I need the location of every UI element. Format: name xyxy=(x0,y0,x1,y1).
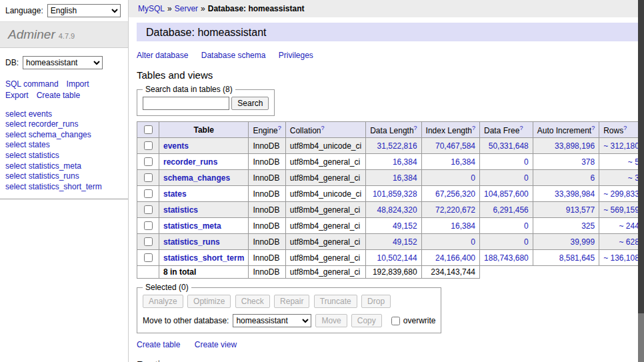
rows-count-link[interactable]: ~ 136,108 xyxy=(603,253,639,263)
database-schema-link[interactable]: Database schema xyxy=(201,51,266,60)
index-length-link[interactable]: 24,166,400 xyxy=(435,253,475,263)
sidebar-item-select-states[interactable]: select states xyxy=(5,140,123,151)
sidebar-item-select-statistics-runs[interactable]: select statistics_runs xyxy=(5,171,123,182)
data-free-link[interactable]: 0 xyxy=(524,221,529,231)
language-select[interactable]: English xyxy=(47,4,121,17)
search-button[interactable]: Search xyxy=(231,97,269,110)
data-length-link[interactable]: 48,824,320 xyxy=(377,205,417,215)
auto-increment-link[interactable]: 8,581,645 xyxy=(559,253,595,263)
data-length-link[interactable]: 16,384 xyxy=(393,157,417,167)
help-icon[interactable]: ? xyxy=(519,125,523,131)
data-length-link[interactable]: 49,152 xyxy=(393,237,417,247)
auto-increment-link[interactable]: 6 xyxy=(590,173,595,183)
analyze-button[interactable]: Analyze xyxy=(143,295,183,308)
data-length-link[interactable]: 16,384 xyxy=(393,173,417,183)
data-free-link[interactable]: 0 xyxy=(524,237,529,247)
sidebar-import-link[interactable]: Import xyxy=(67,79,89,89)
sidebar-item-select-statistics-meta[interactable]: select statistics_meta xyxy=(5,161,123,172)
sidebar-export-link[interactable]: Export xyxy=(5,91,29,100)
move-button[interactable]: Move xyxy=(315,314,347,327)
table-name-link[interactable]: events xyxy=(163,141,189,151)
copy-button[interactable]: Copy xyxy=(351,314,382,327)
index-length-link[interactable]: 72,220,672 xyxy=(435,205,475,215)
table-name-link[interactable]: statistics_meta xyxy=(163,221,221,231)
row-checkbox[interactable] xyxy=(144,253,153,262)
sidebar-item-select-schema-changes[interactable]: select schema_changes xyxy=(5,130,123,141)
help-icon[interactable]: ? xyxy=(414,125,417,131)
col-header-collation: Collation? xyxy=(285,122,365,138)
sidebar-item-select-recorder-runs[interactable]: select recorder_runs xyxy=(5,119,123,130)
row-checkbox[interactable] xyxy=(144,221,153,230)
auto-increment-link[interactable]: 39,999 xyxy=(570,237,595,247)
auto-increment-link[interactable]: 33,398,984 xyxy=(555,189,595,199)
index-length-link[interactable]: 0 xyxy=(471,173,475,183)
auto-increment-link[interactable]: 913,577 xyxy=(566,205,595,215)
rows-count-link[interactable]: ~ 312,180 xyxy=(603,141,639,151)
overwrite-label: overwrite xyxy=(403,316,436,325)
table-name-link[interactable]: statistics_short_term xyxy=(163,253,244,263)
create-table-link[interactable]: Create table xyxy=(137,340,180,349)
index-length-link[interactable]: 16,384 xyxy=(451,221,475,231)
table-name-link[interactable]: statistics_runs xyxy=(163,237,220,247)
adminer-logo: Adminer4.7.9 xyxy=(0,21,128,48)
help-icon[interactable]: ? xyxy=(591,125,595,131)
table-name-link[interactable]: recorder_runs xyxy=(163,157,217,167)
breadcrumb-server-link[interactable]: Server xyxy=(175,4,198,13)
move-db-select[interactable]: homeassistant xyxy=(233,314,311,327)
data-free-link[interactable]: 50,331,648 xyxy=(489,141,529,151)
sidebar-item-select-events[interactable]: select events xyxy=(5,109,123,120)
row-checkbox[interactable] xyxy=(144,173,153,182)
data-free-link[interactable]: 0 xyxy=(524,173,529,183)
alter-database-link[interactable]: Alter database xyxy=(137,51,188,60)
privileges-link[interactable]: Privileges xyxy=(279,51,313,60)
data-free-link[interactable]: 188,743,680 xyxy=(484,253,529,263)
index-length-link[interactable]: 16,384 xyxy=(451,157,475,167)
auto-increment-link[interactable]: 33,898,196 xyxy=(555,141,595,151)
create-view-link[interactable]: Create view xyxy=(195,340,237,349)
auto-increment-link[interactable]: 378 xyxy=(581,157,595,167)
search-input[interactable] xyxy=(143,97,229,110)
data-free-link[interactable]: 104,857,600 xyxy=(484,189,529,199)
drop-button[interactable]: Drop xyxy=(361,295,391,308)
sidebar-item-select-statistics-short-term[interactable]: select statistics_short_term xyxy=(5,182,123,193)
help-icon[interactable]: ? xyxy=(321,125,324,131)
sidebar-create-table-link[interactable]: Create table xyxy=(37,91,80,100)
row-checkbox[interactable] xyxy=(144,157,153,166)
data-free-link[interactable]: 0 xyxy=(524,157,529,167)
db-select[interactable]: homeassistant xyxy=(23,56,103,69)
scrollbar-thumb[interactable] xyxy=(638,0,644,313)
check-button[interactable]: Check xyxy=(235,295,270,308)
help-icon[interactable]: ? xyxy=(472,125,475,131)
table-name-link[interactable]: statistics xyxy=(163,205,198,215)
help-icon[interactable]: ? xyxy=(278,125,281,131)
row-checkbox[interactable] xyxy=(144,237,153,246)
overwrite-checkbox[interactable] xyxy=(391,317,400,325)
row-checkbox[interactable] xyxy=(144,141,153,150)
rows-count-link[interactable]: ~ 569,159 xyxy=(603,205,639,215)
optimize-button[interactable]: Optimize xyxy=(187,295,231,308)
table-name-link[interactable]: states xyxy=(163,189,187,199)
data-length-link[interactable]: 49,152 xyxy=(393,221,417,231)
sidebar-sql-command-link[interactable]: SQL command xyxy=(5,79,59,89)
repair-button[interactable]: Repair xyxy=(274,295,309,308)
data-length-link[interactable]: 101,859,328 xyxy=(373,189,417,199)
rows-count-link[interactable]: ~ 299,833 xyxy=(603,189,639,199)
index-length-link[interactable]: 70,467,584 xyxy=(435,141,475,151)
vertical-scrollbar[interactable] xyxy=(638,0,644,362)
data-free-link[interactable]: 6,291,456 xyxy=(493,205,528,215)
data-length-link[interactable]: 31,522,816 xyxy=(377,141,417,151)
help-icon[interactable]: ? xyxy=(623,125,627,131)
data-length-link[interactable]: 10,502,144 xyxy=(377,253,417,263)
auto-increment-link[interactable]: 325 xyxy=(581,221,595,231)
rows-count-link[interactable]: ~ 244 xyxy=(619,221,639,231)
row-checkbox[interactable] xyxy=(144,189,153,198)
rows-count-link[interactable]: ~ 628 xyxy=(619,237,639,247)
truncate-button[interactable]: Truncate xyxy=(314,295,357,308)
index-length-link[interactable]: 0 xyxy=(471,237,475,247)
row-checkbox[interactable] xyxy=(144,205,153,214)
table-name-link[interactable]: schema_changes xyxy=(163,173,230,183)
sidebar-item-select-statistics[interactable]: select statistics xyxy=(5,151,123,161)
breadcrumb-mysql-link[interactable]: MySQL xyxy=(138,4,165,13)
index-length-link[interactable]: 67,256,320 xyxy=(435,189,475,199)
select-all-checkbox[interactable] xyxy=(144,125,153,134)
